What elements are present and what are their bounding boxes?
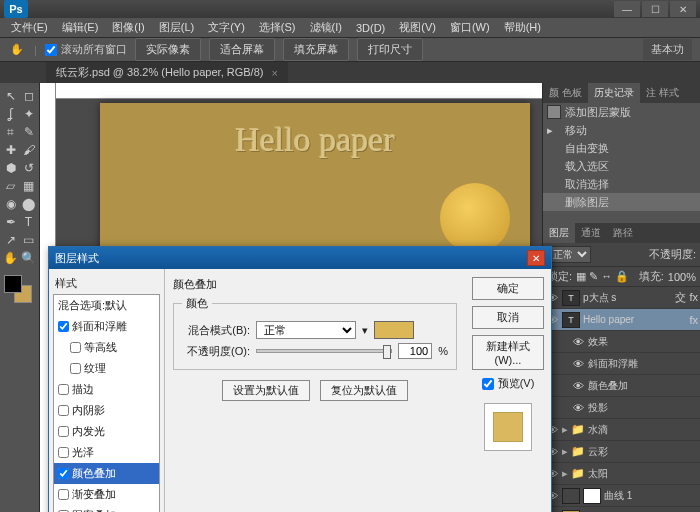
stamp-tool[interactable]: ⬢ (2, 159, 19, 176)
move-tool[interactable]: ↖ (2, 87, 19, 104)
print-size-button[interactable]: 打印尺寸 (357, 38, 423, 61)
style-row[interactable]: 内阴影 (54, 400, 159, 421)
tab-history[interactable]: 历史记录 (588, 83, 640, 103)
crop-tool[interactable]: ⌗ (2, 123, 19, 140)
dodge-tool[interactable]: ⬤ (20, 195, 37, 212)
menu-3d[interactable]: 3D(D) (351, 20, 390, 36)
style-row[interactable]: 渐变叠加 (54, 484, 159, 505)
tab-layers[interactable]: 图层 (543, 223, 575, 243)
color-swatches[interactable] (2, 273, 32, 303)
zoom-tool[interactable]: 🔍 (20, 249, 37, 266)
preview-thumbnail (484, 403, 532, 451)
blur-tool[interactable]: ◉ (2, 195, 19, 212)
minimize-button[interactable]: — (614, 1, 640, 17)
menu-image[interactable]: 图像(I) (107, 18, 149, 37)
foreground-color[interactable] (4, 275, 22, 293)
path-tool[interactable]: ↗ (2, 231, 19, 248)
layer-row[interactable]: 👁THello paperfx (543, 309, 700, 331)
history-item[interactable]: 自由变换 (543, 139, 700, 157)
maximize-button[interactable]: ☐ (642, 1, 668, 17)
styles-sidebar: 样式 混合选项:默认 斜面和浮雕 等高线 纹理 描边 内阴影 内发光 光泽 颜色… (49, 269, 165, 512)
history-brush-tool[interactable]: ↺ (20, 159, 37, 176)
close-tab-icon[interactable]: × (271, 67, 277, 79)
hand-tool[interactable]: ✋ (2, 249, 19, 266)
opacity-slider[interactable] (256, 349, 392, 353)
menu-window[interactable]: 窗口(W) (445, 18, 495, 37)
history-item[interactable]: ▸移动 (543, 121, 700, 139)
history-item[interactable]: 取消选择 (543, 175, 700, 193)
menu-type[interactable]: 文字(Y) (203, 18, 250, 37)
layer-row[interactable]: 👁Tp大点 s交 fx (543, 287, 700, 309)
layer-row[interactable]: 👁曲线 1 (543, 485, 700, 507)
brush-tool[interactable]: 🖌 (20, 141, 37, 158)
style-row[interactable]: 图案叠加 (54, 505, 159, 512)
section-title: 颜色叠加 (173, 277, 457, 292)
tab-color[interactable]: 颜 色板 (543, 83, 588, 103)
style-row[interactable]: 光泽 (54, 442, 159, 463)
set-default-button[interactable]: 设置为默认值 (222, 380, 310, 401)
close-button[interactable]: ✕ (670, 1, 696, 17)
fit-screen-button[interactable]: 适合屏幕 (209, 38, 275, 61)
fill-screen-button[interactable]: 填充屏幕 (283, 38, 349, 61)
history-item[interactable]: 添加图层蒙版 (543, 103, 700, 121)
preview-checkbox[interactable]: 预览(V) (482, 376, 535, 391)
tab-styles[interactable]: 注 样式 (640, 83, 685, 103)
menu-view[interactable]: 视图(V) (394, 18, 441, 37)
healing-tool[interactable]: ✚ (2, 141, 19, 158)
reset-default-button[interactable]: 复位为默认值 (320, 380, 408, 401)
style-row[interactable]: 描边 (54, 379, 159, 400)
layer-row[interactable]: 👁背景 副本 (543, 507, 700, 512)
style-row[interactable]: 斜面和浮雕 (54, 316, 159, 337)
eyedropper-tool[interactable]: ✎ (20, 123, 37, 140)
opacity-input[interactable] (398, 343, 432, 359)
style-row[interactable]: 颜色叠加 (54, 463, 159, 484)
overlay-color-swatch[interactable] (374, 321, 414, 339)
document-tab-label: 纸云彩.psd @ 38.2% (Hello paper, RGB/8) (56, 65, 263, 80)
blend-options-row[interactable]: 混合选项:默认 (54, 295, 159, 316)
menu-file[interactable]: 文件(E) (6, 18, 53, 37)
actual-pixels-button[interactable]: 实际像素 (135, 38, 201, 61)
pen-tool[interactable]: ✒ (2, 213, 19, 230)
ok-button[interactable]: 确定 (472, 277, 544, 300)
style-row[interactable]: 内发光 (54, 421, 159, 442)
scroll-all-checkbox[interactable]: 滚动所有窗口 (45, 42, 127, 57)
canvas-sun-shape (440, 183, 510, 253)
document-tab[interactable]: 纸云彩.psd @ 38.2% (Hello paper, RGB/8) × (46, 62, 288, 83)
tab-paths[interactable]: 路径 (607, 223, 639, 243)
new-style-button[interactable]: 新建样式(W)... (472, 335, 544, 370)
history-item[interactable]: 载入选区 (543, 157, 700, 175)
wand-tool[interactable]: ✦ (20, 105, 37, 122)
layers-panel: 正常 不透明度: 锁定: ▦ ✎ ↔ 🔒 填充: 100% 👁Tp大点 s交 f… (543, 243, 700, 512)
style-row[interactable]: 等高线 (54, 337, 159, 358)
layer-effect-row[interactable]: 👁斜面和浮雕 (543, 353, 700, 375)
layer-effect-row[interactable]: 👁投影 (543, 397, 700, 419)
menu-select[interactable]: 选择(S) (254, 18, 301, 37)
layers-tabs: 图层 通道 路径 (543, 223, 700, 243)
lasso-tool[interactable]: ʆ (2, 105, 19, 122)
menu-filter[interactable]: 滤镜(I) (305, 18, 347, 37)
menu-layer[interactable]: 图层(L) (154, 18, 199, 37)
dialog-titlebar[interactable]: 图层样式 ✕ (49, 247, 551, 269)
layer-effect-row[interactable]: 👁效果 (543, 331, 700, 353)
history-item[interactable]: 删除图层 (543, 193, 700, 211)
type-tool[interactable]: T (20, 213, 37, 230)
gradient-tool[interactable]: ▦ (20, 177, 37, 194)
cancel-button[interactable]: 取消 (472, 306, 544, 329)
eraser-tool[interactable]: ▱ (2, 177, 19, 194)
layer-effect-row[interactable]: 👁颜色叠加 (543, 375, 700, 397)
marquee-tool[interactable]: ◻ (20, 87, 37, 104)
layer-row[interactable]: 👁▸ 📁水滴 (543, 419, 700, 441)
lock-icons[interactable]: ▦ ✎ ↔ 🔒 (576, 270, 629, 283)
blend-mode-select[interactable]: 正常 (256, 321, 356, 339)
layer-row[interactable]: 👁▸ 📁太阳 (543, 463, 700, 485)
basic-workspace-button[interactable]: 基本功 (643, 39, 692, 60)
shape-tool[interactable]: ▭ (20, 231, 37, 248)
style-row[interactable]: 纹理 (54, 358, 159, 379)
layer-row[interactable]: 👁▸ 📁云彩 (543, 441, 700, 463)
dialog-close-button[interactable]: ✕ (527, 250, 545, 266)
menu-edit[interactable]: 编辑(E) (57, 18, 104, 37)
group-legend: 颜色 (182, 296, 212, 311)
tab-channels[interactable]: 通道 (575, 223, 607, 243)
menu-help[interactable]: 帮助(H) (499, 18, 546, 37)
blend-mode-select[interactable]: 正常 (547, 246, 591, 263)
